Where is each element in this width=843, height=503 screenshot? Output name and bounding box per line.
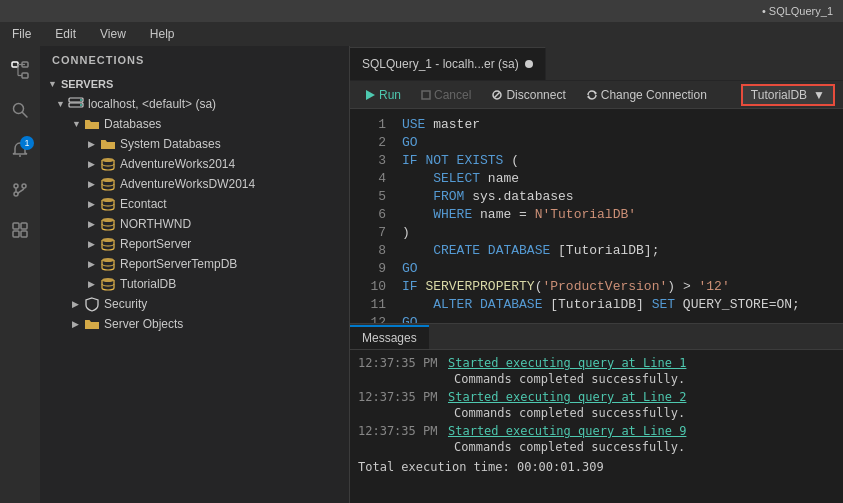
tree-arrow-reportserver: ▶ [88, 239, 100, 249]
svg-rect-29 [422, 91, 430, 99]
tree-arrow-econtact: ▶ [88, 199, 100, 209]
tree-label-security: Security [104, 297, 147, 311]
message-main-0: 12:37:35 PMStarted executing query at Li… [358, 354, 835, 372]
tree-arrow-server: ▼ [56, 99, 68, 109]
msg-sub-1: Commands completed successfully. [358, 406, 835, 422]
menu-view[interactable]: View [96, 25, 130, 43]
tree-item-server[interactable]: ▼localhost, <default> (sa) [40, 94, 349, 114]
git-activity-icon[interactable] [4, 174, 36, 206]
code-token: FROM [433, 189, 464, 204]
connection-dropdown[interactable]: TutorialDB ▼ [741, 84, 835, 106]
tree-item-databases[interactable]: ▼Databases [40, 114, 349, 134]
code-token: [TutorialDB] [542, 297, 651, 312]
tree-label-tutorialdb: TutorialDB [120, 277, 176, 291]
tree-arrow-reportservertempdb: ▶ [88, 259, 100, 269]
menu-edit[interactable]: Edit [51, 25, 80, 43]
svg-point-10 [22, 184, 26, 188]
line-number-7: 7 [358, 225, 386, 240]
sidebar-content: ▼ SERVERS ▼localhost, <default> (sa)▼Dat… [40, 74, 349, 503]
code-content-9[interactable]: GO [402, 261, 835, 276]
cancel-button[interactable]: Cancel [415, 86, 477, 104]
menu-bar: File Edit View Help [0, 22, 843, 46]
code-line-4: 4 SELECT name [350, 171, 843, 189]
tree-item-aw2014[interactable]: ▶AdventureWorks2014 [40, 154, 349, 174]
tree-item-econtact[interactable]: ▶Econtact [40, 194, 349, 214]
code-content-6[interactable]: WHERE name = N'TutorialDB' [402, 207, 835, 222]
tree-label-server-objects: Server Objects [104, 317, 183, 331]
code-token: ) > [667, 279, 698, 294]
title-bar: • SQLQuery_1 [0, 0, 843, 22]
connection-name: TutorialDB [751, 88, 807, 102]
code-token: name = [472, 207, 534, 222]
messages-tab[interactable]: Messages [350, 325, 429, 349]
msg-sub-2: Commands completed successfully. [358, 440, 835, 456]
msg-link-0[interactable]: Started executing query at Line 1 [448, 356, 686, 370]
code-content-12[interactable]: GO [402, 315, 835, 323]
cancel-label: Cancel [434, 88, 471, 102]
code-token: USE [402, 117, 425, 132]
tree-icon-databases [84, 116, 100, 132]
svg-rect-2 [22, 73, 28, 78]
tab-bar: SQLQuery_1 - localh...er (sa) [350, 46, 843, 81]
menu-help[interactable]: Help [146, 25, 179, 43]
line-number-9: 9 [358, 261, 386, 276]
servers-label[interactable]: ▼ SERVERS [40, 74, 349, 94]
tree-item-security[interactable]: ▶Security [40, 294, 349, 314]
svg-rect-0 [12, 62, 18, 67]
tree-item-system-dbs[interactable]: ▶System Databases [40, 134, 349, 154]
tree-item-server-objects[interactable]: ▶Server Objects [40, 314, 349, 334]
message-row-1: 12:37:35 PMStarted executing query at Li… [358, 388, 835, 422]
tree-icon-tutorialdb [100, 276, 116, 292]
code-content-8[interactable]: CREATE DATABASE [TutorialDB]; [402, 243, 835, 258]
message-row-2: 12:37:35 PMStarted executing query at Li… [358, 422, 835, 456]
extensions-activity-icon[interactable] [4, 214, 36, 246]
tree-item-reportservertempdb[interactable]: ▶ReportServerTempDB [40, 254, 349, 274]
code-token: [TutorialDB]; [550, 243, 659, 258]
code-line-2: 2GO [350, 135, 843, 153]
tree-arrow-server-objects: ▶ [72, 319, 84, 329]
code-content-3[interactable]: IF NOT EXISTS ( [402, 153, 835, 168]
run-button[interactable]: Run [358, 86, 407, 104]
code-editor[interactable]: 1USE master2GO3IF NOT EXISTS (4 SELECT n… [350, 109, 843, 323]
code-content-2[interactable]: GO [402, 135, 835, 150]
tree-arrow-tutorialdb: ▶ [88, 279, 100, 289]
code-line-7: 7) [350, 225, 843, 243]
tree-item-awdw2014[interactable]: ▶AdventureWorksDW2014 [40, 174, 349, 194]
line-number-8: 8 [358, 243, 386, 258]
tree-icon-reportserver [100, 236, 116, 252]
code-content-4[interactable]: SELECT name [402, 171, 835, 186]
code-content-7[interactable]: ) [402, 225, 835, 240]
msg-link-2[interactable]: Started executing query at Line 9 [448, 424, 686, 438]
tree-icon-system-dbs [100, 136, 116, 152]
menu-file[interactable]: File [8, 25, 35, 43]
line-number-10: 10 [358, 279, 386, 294]
disconnect-button[interactable]: Disconnect [485, 86, 571, 104]
code-token: SERVERPROPERTY [425, 279, 534, 294]
sidebar: CONNECTIONS ▼ SERVERS ▼localhost, <defau… [40, 46, 350, 503]
msg-link-1[interactable]: Started executing query at Line 2 [448, 390, 686, 404]
tree-item-reportserver[interactable]: ▶ReportServer [40, 234, 349, 254]
tab-modified-dot [525, 60, 533, 68]
notifications-activity-icon[interactable]: 1 [4, 134, 36, 166]
tree-item-tutorialdb[interactable]: ▶TutorialDB [40, 274, 349, 294]
search-activity-icon[interactable] [4, 94, 36, 126]
tree-item-northwnd[interactable]: ▶NORTHWND [40, 214, 349, 234]
svg-line-7 [23, 113, 28, 118]
editor-tab[interactable]: SQLQuery_1 - localh...er (sa) [350, 47, 546, 80]
tree-label-server: localhost, <default> (sa) [88, 97, 216, 111]
svg-line-31 [495, 92, 500, 97]
svg-point-22 [102, 178, 114, 182]
code-token: master [425, 117, 480, 132]
tree-label-econtact: Econtact [120, 197, 167, 211]
total-execution-time: Total execution time: 00:00:01.309 [358, 456, 835, 478]
code-content-1[interactable]: USE master [402, 117, 835, 132]
code-content-10[interactable]: IF SERVERPROPERTY('ProductVersion') > '1… [402, 279, 835, 294]
change-connection-button[interactable]: Change Connection [580, 86, 713, 104]
tree-icon-aw2014 [100, 156, 116, 172]
editor-toolbar: Run Cancel Disconnect Change Connection … [350, 81, 843, 109]
connections-activity-icon[interactable] [4, 54, 36, 86]
notification-badge: 1 [20, 136, 34, 150]
line-number-6: 6 [358, 207, 386, 222]
code-content-11[interactable]: ALTER DATABASE [TutorialDB] SET QUERY_ST… [402, 297, 835, 312]
code-content-5[interactable]: FROM sys.databases [402, 189, 835, 204]
